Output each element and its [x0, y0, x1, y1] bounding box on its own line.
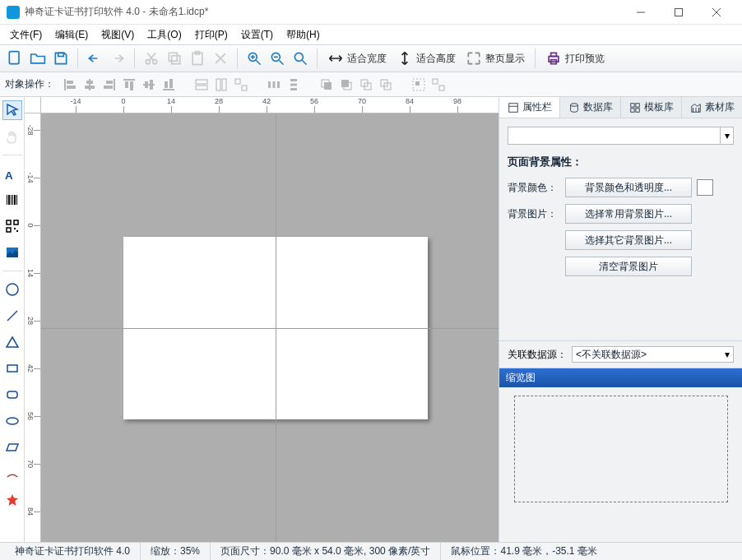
paste-icon[interactable] [188, 49, 207, 68]
bg-image-common-button[interactable]: 选择常用背景图片... [565, 204, 692, 224]
menu-file[interactable]: 文件(F) [3, 26, 49, 44]
svg-line-13 [257, 61, 261, 65]
maximize-button[interactable] [660, 0, 698, 25]
align-top-icon[interactable] [120, 76, 138, 94]
fit-width-button[interactable]: 适合宽度 [324, 50, 390, 67]
redo-icon[interactable] [108, 49, 128, 68]
triangle-tool-icon[interactable] [2, 332, 22, 352]
rounded-rect-tool-icon[interactable] [2, 385, 22, 405]
bg-image-label: 背景图片： [508, 207, 565, 221]
tab-assets[interactable]: 素材库 [682, 97, 742, 118]
zoom-out-icon[interactable] [267, 49, 287, 68]
open-folder-icon[interactable] [28, 49, 48, 68]
thumbnail-body [499, 387, 742, 511]
align-right-icon[interactable] [100, 76, 118, 94]
arc-tool-icon[interactable] [2, 464, 22, 484]
svg-text:A: A [5, 169, 13, 182]
tab-templates[interactable]: 模板库 [621, 97, 682, 118]
menu-tools[interactable]: 工具(O) [141, 26, 188, 44]
group-icon[interactable] [410, 76, 428, 94]
svg-rect-26 [67, 86, 76, 89]
align-bottom-icon[interactable] [160, 76, 178, 94]
canvas-viewport[interactable] [41, 113, 499, 542]
star-tool-icon[interactable] [2, 490, 22, 510]
zoom-reset-icon[interactable] [290, 49, 310, 68]
bring-front-icon[interactable] [318, 76, 336, 94]
text-tool-icon[interactable]: A [2, 164, 22, 183]
menu-edit[interactable]: 编辑(E) [49, 26, 95, 44]
same-size-icon[interactable] [232, 76, 250, 94]
full-page-label: 整页显示 [485, 52, 525, 66]
thumbnail-box[interactable] [514, 396, 728, 502]
svg-rect-52 [290, 83, 297, 86]
close-button[interactable] [698, 0, 735, 25]
svg-rect-37 [145, 81, 148, 88]
menu-help[interactable]: 帮助(H) [280, 26, 327, 44]
svg-rect-42 [196, 80, 207, 84]
menu-bar: 文件(F) 编辑(E) 视图(V) 工具(O) 打印(P) 设置(T) 帮助(H… [0, 25, 742, 44]
menu-print[interactable]: 打印(P) [188, 26, 234, 44]
datasource-select[interactable]: <不关联数据源> ▾ [572, 346, 734, 363]
horizontal-ruler[interactable]: -14014284256708498112126 [41, 97, 499, 113]
send-back-icon[interactable] [337, 76, 355, 94]
save-icon[interactable] [51, 49, 71, 68]
align-left-icon[interactable] [61, 76, 79, 94]
delete-icon[interactable] [211, 49, 230, 68]
fit-width-label: 适合宽度 [347, 52, 387, 66]
horizontal-guide[interactable] [41, 328, 499, 329]
minimize-button[interactable] [622, 0, 660, 25]
distribute-h-icon[interactable] [265, 76, 283, 94]
svg-rect-74 [14, 220, 18, 224]
same-width-icon[interactable] [192, 76, 211, 94]
select-tool-icon[interactable] [2, 100, 22, 120]
tool-palette: A [0, 97, 25, 542]
undo-icon[interactable] [85, 49, 104, 68]
barcode-tool-icon[interactable] [2, 190, 22, 210]
hand-tool-icon[interactable] [2, 127, 22, 146]
parallelogram-tool-icon[interactable] [2, 437, 22, 457]
distribute-v-icon[interactable] [285, 76, 303, 94]
line-tool-icon[interactable] [2, 306, 22, 326]
ungroup-icon[interactable] [429, 76, 448, 94]
bg-color-button[interactable]: 背景颜色和透明度... [565, 178, 692, 197]
bg-color-label: 背景颜色： [508, 181, 565, 195]
cut-icon[interactable] [141, 49, 161, 68]
circle-tool-icon[interactable] [2, 280, 22, 299]
vertical-ruler[interactable]: -28-14014284256708498 [25, 113, 41, 542]
new-file-icon[interactable] [5, 49, 25, 68]
tab-database[interactable]: 数据库 [560, 97, 621, 118]
svg-line-20 [303, 61, 307, 65]
svg-rect-90 [635, 108, 638, 111]
ellipse-tool-icon[interactable] [2, 411, 22, 431]
copy-icon[interactable] [165, 49, 184, 68]
object-select-combo[interactable]: ▾ [508, 127, 734, 145]
fit-height-button[interactable]: 适合高度 [393, 50, 459, 67]
app-icon [7, 6, 20, 19]
print-preview-label: 打印预览 [565, 52, 605, 66]
bg-color-swatch[interactable] [697, 179, 713, 196]
bring-forward-icon[interactable] [357, 76, 375, 94]
image-tool-icon[interactable] [2, 243, 22, 262]
menu-view[interactable]: 视图(V) [95, 26, 141, 44]
bg-group-title: 页面背景属性： [508, 155, 734, 169]
print-preview-button[interactable]: 打印预览 [542, 50, 608, 67]
menu-settings[interactable]: 设置(T) [234, 26, 280, 44]
object-ops-toolbar: 对象操作： [0, 72, 742, 97]
svg-point-79 [7, 284, 18, 295]
send-backward-icon[interactable] [377, 76, 395, 94]
chevron-down-icon: ▾ [720, 127, 733, 144]
tab-properties[interactable]: 属性栏 [499, 97, 560, 118]
zoom-in-icon[interactable] [244, 49, 264, 68]
canvas-area[interactable]: -14014284256708498112126 -28-14014284256… [25, 97, 499, 542]
title-bar: 神奇证卡证书打印软件 4.0 - 未命名1.idcp* [0, 0, 742, 25]
bg-image-other-button[interactable]: 选择其它背景图片... [565, 230, 692, 250]
align-hcenter-icon[interactable] [81, 76, 99, 94]
svg-rect-5 [58, 53, 64, 56]
qrcode-tool-icon[interactable] [2, 216, 22, 236]
svg-rect-47 [242, 86, 247, 90]
same-height-icon[interactable] [212, 76, 230, 94]
align-vcenter-icon[interactable] [140, 76, 158, 94]
full-page-button[interactable]: 整页显示 [462, 50, 528, 67]
rectangle-tool-icon[interactable] [2, 359, 22, 378]
bg-image-clear-button[interactable]: 清空背景图片 [565, 257, 692, 276]
